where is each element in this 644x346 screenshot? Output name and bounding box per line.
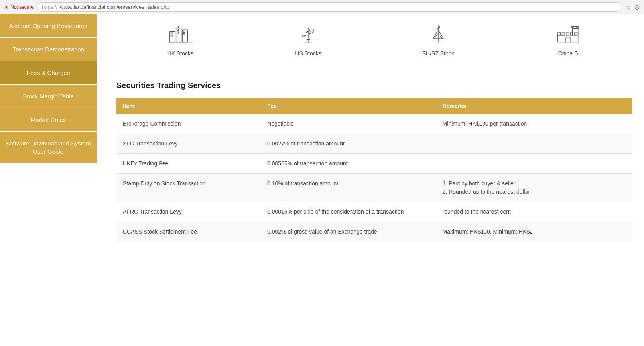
hk-stocks-label: HK Stocks <box>167 50 193 57</box>
svg-rect-6 <box>177 29 179 31</box>
table-cell-fee: 0.00015% per side of the consideration o… <box>261 202 436 222</box>
table-cell-item: SFC Transaction Levy <box>116 134 261 154</box>
not-secure-indicator: ✕ Not secure <box>4 4 33 10</box>
table-cell-item: HKEx Trading Fee <box>116 154 261 174</box>
table-row: CCASS Stock Settlement Fee0.002% of gros… <box>116 222 632 242</box>
sidebar-item-market-rules[interactable]: Market Rules <box>0 108 97 131</box>
sidebar-item-account-opening[interactable]: Account Opening Procedures <box>0 14 97 37</box>
table-row: AFRC Transaction Levy0.00015% per side o… <box>116 202 632 222</box>
table-cell-item: Brokerage Commission <box>116 114 261 134</box>
china-b-icon-item[interactable]: China B <box>554 22 582 57</box>
china-b-label: China B <box>558 50 578 57</box>
url-bar[interactable]: https://www.tiandafinancial.com/en/servi… <box>37 2 622 12</box>
svg-rect-4 <box>171 33 173 34</box>
url-strikethrough: https:// <box>42 4 57 10</box>
table-cell-remarks: Minimum: HK$100 per transaction <box>436 114 632 134</box>
profile-button[interactable]: ⊙ <box>634 3 640 12</box>
svg-rect-8 <box>183 31 185 33</box>
table-cell-item: AFRC Transaction Levy <box>116 202 261 222</box>
table-cell-fee: 0.10% of transaction amount <box>261 174 436 202</box>
sidebar-item-transaction-demo[interactable]: Transaction Demonstration <box>0 38 97 61</box>
table-cell-item: CCASS Stock Settlement Fee <box>116 222 261 242</box>
us-stocks-icon-item[interactable]: US Stocks <box>294 22 322 57</box>
url-text: www.tiandafinancial.com/en/services_sale… <box>60 4 169 10</box>
sidebar: Account Opening Procedures Transaction D… <box>0 14 97 346</box>
table-cell-remarks: 1. Paid by both buyer & seller2. Rounded… <box>436 174 632 202</box>
not-secure-label: Not secure <box>10 4 33 10</box>
table-row: Stamp Duty on Stock Transaction0.10% of … <box>116 174 632 202</box>
main-content: HK Stocks <box>97 14 644 346</box>
table-row: HKEx Trading Fee0.00565% of transaction … <box>116 154 632 174</box>
sidebar-item-software-download[interactable]: Software Download and System User Guide <box>0 132 97 163</box>
us-stocks-icon <box>294 22 322 46</box>
hk-stocks-icon <box>166 22 194 46</box>
table-cell-remarks <box>436 154 632 174</box>
us-stocks-label: US Stocks <box>295 50 321 57</box>
svg-rect-30 <box>557 35 579 42</box>
hk-stocks-icon-item[interactable]: HK Stocks <box>166 22 194 57</box>
bookmark-button[interactable]: ☆ <box>625 3 631 11</box>
table-cell-remarks: Maximum: HK$100, Minimum: HK$2 <box>436 222 632 242</box>
table-cell-item: Stamp Duty on Stock Transaction <box>116 174 261 202</box>
table-cell-fee: 0.00565% of transaction amount <box>261 154 436 174</box>
table-row: Brokerage CommissionNegotiableMinimum: H… <box>116 114 632 134</box>
svg-rect-5 <box>171 35 173 37</box>
section-title: Securities Trading Services <box>116 81 632 90</box>
sh-sz-stock-icon-item[interactable]: SH/SZ Stock <box>422 22 454 57</box>
sidebar-item-fees-charges[interactable]: Fees & Charges <box>0 61 97 84</box>
sh-sz-stock-icon <box>424 22 452 46</box>
table-header-item: Item <box>116 98 261 114</box>
table-cell-remarks <box>436 134 632 154</box>
stock-icons-row: HK Stocks <box>116 14 632 69</box>
fee-table: Item Fee Remarks Brokerage CommissionNeg… <box>116 98 632 242</box>
sh-sz-stock-label: SH/SZ Stock <box>422 50 454 57</box>
table-cell-remarks: rounded to the nearest cent <box>436 202 632 222</box>
table-cell-fee: 0.002% of gross value of an Exchange tra… <box>261 222 436 242</box>
table-header-fee: Fee <box>261 98 436 114</box>
page-wrapper: Account Opening Procedures Transaction D… <box>0 14 644 346</box>
svg-rect-9 <box>183 34 185 35</box>
sidebar-item-stock-margin[interactable]: Stock Margin Table <box>0 85 97 108</box>
browser-chrome: ✕ Not secure https://www.tiandafinancial… <box>0 0 644 14</box>
table-cell-fee: Negotiable <box>261 114 436 134</box>
table-header-remarks: Remarks <box>436 98 632 114</box>
table-row: SFC Transaction Levy0.0027% of transacti… <box>116 134 632 154</box>
svg-rect-7 <box>177 32 179 33</box>
table-cell-fee: 0.0027% of transaction amount <box>261 134 436 154</box>
china-b-icon <box>554 22 582 46</box>
